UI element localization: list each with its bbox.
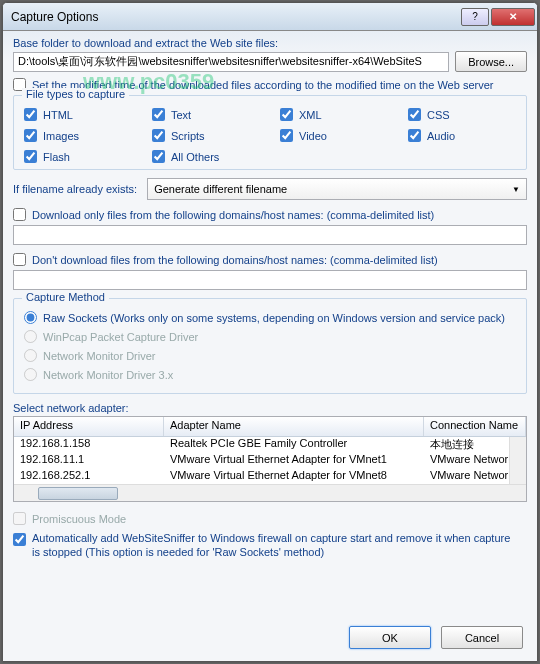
filetype-label: Text	[171, 109, 191, 121]
capture-method-label: WinPcap Packet Capture Driver	[43, 331, 198, 343]
table-row[interactable]: 192.168.252.1VMware Virtual Ethernet Ada…	[14, 469, 526, 485]
dialog-body: www.pc0359 Base folder to download and e…	[3, 31, 537, 661]
download-only-label: Download only files from the following d…	[32, 209, 434, 221]
header-name[interactable]: Adapter Name	[164, 417, 424, 436]
capture-method-radio-1	[24, 330, 37, 343]
filetype-label: Scripts	[171, 130, 205, 142]
filetype-label: XML	[299, 109, 322, 121]
filetype-label: Video	[299, 130, 327, 142]
dont-download-checkbox[interactable]	[13, 253, 26, 266]
capture-method-label: Network Monitor Driver	[43, 350, 155, 362]
cancel-button[interactable]: Cancel	[441, 626, 523, 649]
file-types-legend: File types to capture	[22, 88, 129, 100]
filetype-flash-checkbox[interactable]	[24, 150, 37, 163]
adapter-table[interactable]: IP Address Adapter Name Connection Name …	[13, 416, 527, 502]
dialog-window: Capture Options ? ✕ www.pc0359 Base fold…	[2, 2, 538, 662]
header-conn[interactable]: Connection Name	[424, 417, 526, 436]
filetype-label: Audio	[427, 130, 455, 142]
download-only-checkbox[interactable]	[13, 208, 26, 221]
filetype-xml-checkbox[interactable]	[280, 108, 293, 121]
capture-method-radio-2	[24, 349, 37, 362]
capture-method-fieldset: Capture Method Raw Sockets (Works only o…	[13, 298, 527, 394]
filetype-label: Images	[43, 130, 79, 142]
header-ip[interactable]: IP Address	[14, 417, 164, 436]
browse-button[interactable]: Browse...	[455, 51, 527, 72]
base-folder-input[interactable]	[13, 52, 449, 72]
filetype-images-checkbox[interactable]	[24, 129, 37, 142]
file-types-fieldset: File types to capture HTMLTextXMLCSSImag…	[13, 95, 527, 170]
titlebar[interactable]: Capture Options ? ✕	[3, 3, 537, 31]
filetype-video-checkbox[interactable]	[280, 129, 293, 142]
filename-exists-value: Generate different filename	[154, 183, 287, 195]
auto-firewall-label: Automatically add WebSiteSniffer to Wind…	[32, 531, 517, 560]
horizontal-scrollbar[interactable]	[14, 484, 526, 501]
window-title: Capture Options	[11, 10, 459, 24]
filetype-label: HTML	[43, 109, 73, 121]
filetype-label: CSS	[427, 109, 450, 121]
filetype-css-checkbox[interactable]	[408, 108, 421, 121]
filename-exists-label: If filename already exists:	[13, 183, 137, 195]
base-folder-label: Base folder to download and extract the …	[13, 37, 527, 49]
filetype-label: Flash	[43, 151, 70, 163]
table-header: IP Address Adapter Name Connection Name	[14, 417, 526, 437]
filename-exists-dropdown[interactable]: Generate different filename ▼	[147, 178, 527, 200]
filetype-scripts-checkbox[interactable]	[152, 129, 165, 142]
adapter-label: Select network adapter:	[13, 402, 527, 414]
table-row[interactable]: 192.168.11.1VMware Virtual Ethernet Adap…	[14, 453, 526, 469]
capture-method-label: Raw Sockets (Works only on some systems,…	[43, 312, 505, 324]
auto-firewall-checkbox[interactable]	[13, 533, 26, 546]
ok-button[interactable]: OK	[349, 626, 431, 649]
dont-download-label: Don't download files from the following …	[32, 254, 438, 266]
capture-method-radio-0[interactable]	[24, 311, 37, 324]
filetype-text-checkbox[interactable]	[152, 108, 165, 121]
chevron-down-icon: ▼	[512, 185, 520, 194]
table-row[interactable]: 192.168.1.158Realtek PCIe GBE Family Con…	[14, 437, 526, 453]
close-button[interactable]: ✕	[491, 8, 535, 26]
filetype-audio-checkbox[interactable]	[408, 129, 421, 142]
promiscuous-label: Promiscuous Mode	[32, 513, 126, 525]
dont-download-input[interactable]	[13, 270, 527, 290]
filetype-html-checkbox[interactable]	[24, 108, 37, 121]
promiscuous-checkbox	[13, 512, 26, 525]
capture-method-legend: Capture Method	[22, 291, 109, 303]
capture-method-radio-3	[24, 368, 37, 381]
capture-method-label: Network Monitor Driver 3.x	[43, 369, 173, 381]
vertical-scrollbar[interactable]	[509, 437, 526, 484]
help-button[interactable]: ?	[461, 8, 489, 26]
scroll-thumb[interactable]	[38, 487, 118, 500]
filetype-all-others-checkbox[interactable]	[152, 150, 165, 163]
download-only-input[interactable]	[13, 225, 527, 245]
filetype-label: All Others	[171, 151, 219, 163]
